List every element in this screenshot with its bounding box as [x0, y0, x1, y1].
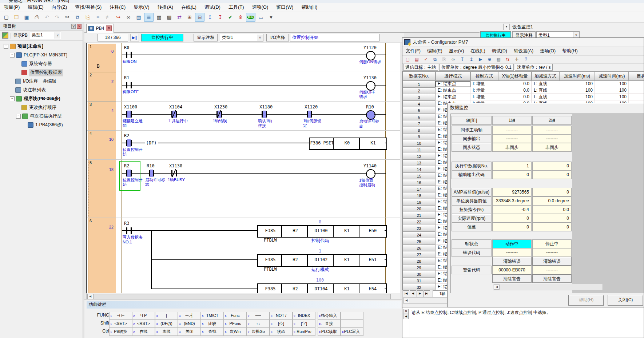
pm7-menu-item[interactable]: 显示(V): [446, 47, 468, 55]
show-pb-label[interactable]: 显示PB: [13, 32, 28, 39]
function-key[interactable]: 6PFunc: [224, 320, 247, 328]
menu-item[interactable]: 调试(D): [200, 3, 224, 12]
table-cell[interactable]: 0.0: [498, 81, 532, 87]
pm7-find-icon[interactable]: ∞: [449, 56, 457, 63]
pm7-read-from-unit-icon[interactable]: ↥: [467, 56, 476, 63]
table-row-number[interactable]: 4: [402, 100, 436, 107]
instruction-cell[interactable]: DT104: [307, 283, 335, 293]
table-row-number[interactable]: 11: [402, 146, 436, 153]
table-row-number[interactable]: 25: [402, 238, 436, 245]
tree-item[interactable]: −程序块(PB-366步): [0, 94, 83, 103]
pm7-monitor-icon[interactable]: ▶: [476, 56, 485, 63]
save-icon[interactable]: ▣: [22, 13, 31, 22]
nav-last-icon[interactable]: ▶|: [424, 290, 430, 297]
function-key[interactable]: 6Func: [224, 312, 247, 320]
redo-icon[interactable]: ↷: [52, 13, 62, 22]
menu-item[interactable]: 项目(P): [0, 3, 24, 12]
tree-expander-icon[interactable]: −: [16, 114, 21, 119]
help-button[interactable]: 帮助(H): [568, 295, 604, 306]
instruction-cell[interactable]: F386 PSET: [309, 138, 335, 150]
tree-item[interactable]: 块注释列表: [0, 86, 83, 94]
instruction-cell[interactable]: H51: [359, 254, 387, 267]
pm7-menu-item[interactable]: 轴设置(A): [510, 47, 537, 55]
function-key[interactable]: 4─○┤: [178, 312, 201, 320]
monitor-window-icon[interactable]: ▭: [256, 13, 266, 22]
pm7-menu-item[interactable]: 帮助(H): [559, 47, 581, 55]
nav-prev-icon[interactable]: ◀: [410, 290, 416, 297]
table-cell[interactable]: E: 结束点: [436, 81, 470, 87]
menu-item[interactable]: 选项(O): [248, 3, 273, 12]
tree-item[interactable]: 1:PB4(366步): [0, 120, 83, 129]
table-row-number[interactable]: 16: [402, 179, 436, 186]
function-key[interactable]: 12PLC写入: [341, 328, 363, 336]
function-key[interactable]: 2在线: [132, 328, 155, 336]
tree-expander-icon[interactable]: −: [10, 53, 15, 57]
function-key[interactable]: 7监视Go: [247, 328, 270, 336]
table-row-number[interactable]: 19: [402, 199, 436, 206]
pm7-help-icon[interactable]: ?: [522, 56, 530, 63]
instruction-cell[interactable]: F385 PTBLW: [257, 254, 283, 267]
io-comment-icon[interactable]: ▤: [134, 13, 143, 22]
table-header-cell[interactable]: 加减速方式: [532, 71, 559, 81]
scroll-left-icon[interactable]: ◀: [87, 294, 93, 299]
device-monitor-2-icon[interactable]: ⊟: [195, 13, 204, 22]
table-cell[interactable]: 1,000: [629, 81, 644, 87]
table-header-cell[interactable]: 减速时间(ms): [595, 71, 629, 81]
instruction-cell[interactable]: F385 PTBLW: [257, 225, 283, 238]
pm7-menu-item[interactable]: 选项(O): [537, 47, 559, 55]
table-cell[interactable]: E: 结束点: [436, 87, 470, 94]
pm7-menu-item[interactable]: 编辑(E): [424, 47, 446, 55]
copy-icon[interactable]: ⧉: [73, 13, 82, 22]
pm7-menu-item[interactable]: 在线(L): [467, 47, 488, 55]
instruction-cell[interactable]: K1: [333, 225, 361, 238]
instruction-cell[interactable]: K0: [333, 138, 361, 150]
function-key[interactable]: 4(END): [178, 320, 201, 328]
table-cell[interactable]: E: 结束点: [436, 94, 470, 100]
function-key[interactable]: 5查找: [201, 328, 224, 336]
monitor-pause-icon[interactable]: ▶∥: [130, 34, 139, 41]
function-key[interactable]: 11直接: [318, 320, 341, 328]
output-coil[interactable]: [366, 51, 375, 60]
tree-expander-icon[interactable]: −: [10, 96, 15, 101]
program-check-icon[interactable]: ※: [236, 13, 245, 22]
pm7-menu-item[interactable]: 调试(D): [489, 47, 510, 55]
scroll-left-icon[interactable]: ◀: [494, 285, 500, 290]
function-key[interactable]: 6次Win: [224, 328, 247, 336]
table-row-number[interactable]: 23: [402, 225, 436, 232]
table-row-number[interactable]: 22: [402, 218, 436, 225]
pm7-write-to-unit-icon[interactable]: ↧: [458, 56, 466, 63]
pm7-edit-icon[interactable]: ▨: [494, 56, 503, 63]
pm7-tool-connect-icon[interactable]: ✛: [513, 56, 521, 63]
table-row-number[interactable]: 3: [402, 94, 436, 101]
tree-item[interactable]: I/O注释一并编辑: [0, 77, 83, 86]
download-icon[interactable]: ↧: [215, 13, 225, 22]
scroll-left-icon[interactable]: ◀: [404, 298, 409, 303]
clear-button[interactable]: 清除警告: [492, 274, 532, 283]
table-row-number[interactable]: 20: [402, 205, 436, 212]
df-instruction[interactable]: (DF): [145, 140, 158, 146]
table-cell[interactable]: L: 直线: [532, 94, 559, 100]
table-row-number[interactable]: 8: [402, 127, 436, 134]
table-row-number[interactable]: 10: [402, 140, 436, 147]
pm7-new-file-icon[interactable]: ▢: [404, 56, 412, 63]
instruction-cell[interactable]: F385 PTBLW: [257, 283, 283, 293]
function-key[interactable]: 7↑↓: [247, 320, 270, 328]
tree-item[interactable]: 更改执行顺序: [0, 103, 83, 112]
undo-icon[interactable]: ↶: [42, 13, 52, 22]
close-icon[interactable]: ✕: [77, 24, 82, 29]
table-row-number[interactable]: 32: [402, 284, 436, 290]
menu-item[interactable]: 帮助(H): [297, 3, 321, 12]
tree-item[interactable]: −PLC[FP-XH M8N30T]: [0, 51, 83, 59]
function-key[interactable]: 7──: [247, 312, 270, 320]
chevron-down-icon[interactable]: ▼: [503, 24, 510, 30]
table-header-cell[interactable]: 数据表No.: [402, 71, 436, 81]
scroll-thumb[interactable]: [93, 294, 391, 299]
tab-close-icon[interactable]: ✕: [106, 25, 112, 31]
show-comment-button[interactable]: 显示注释: [194, 34, 218, 41]
tree-item[interactable]: 系统寄存器: [0, 59, 83, 68]
function-key[interactable]: 11指令输入: [318, 312, 341, 320]
instruction-cell[interactable]: H2: [281, 225, 309, 238]
table-row-number[interactable]: 31: [402, 277, 436, 284]
upload-icon[interactable]: ↥: [205, 13, 215, 22]
clear-button[interactable]: 清除警告: [532, 274, 572, 283]
